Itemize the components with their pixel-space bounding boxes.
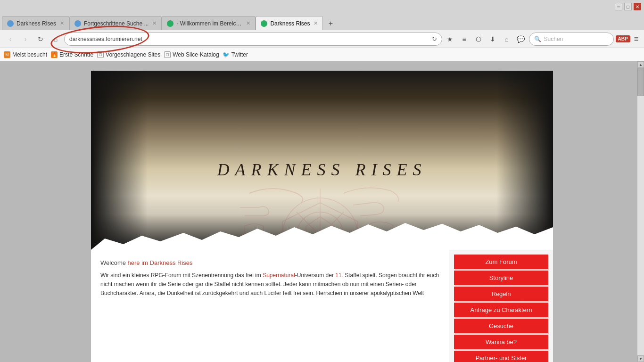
regeln-button[interactable]: Regeln	[454, 287, 548, 301]
star-icon[interactable]: ★	[444, 33, 456, 45]
url-text: darknessrises.forumieren.net	[69, 36, 429, 42]
bookmark-meist-besucht[interactable]: M Meist besucht	[4, 51, 47, 58]
tab-3-icon	[167, 20, 173, 27]
webslice-icon: □	[164, 51, 171, 58]
chat-icon[interactable]: 💬	[515, 33, 527, 45]
gesuche-button[interactable]: Gesuche	[454, 319, 548, 333]
bookmark-vorgeschlagene[interactable]: □ Vorgeschlagene Sites	[97, 51, 160, 58]
back-button[interactable]: ‹	[4, 33, 17, 46]
scrollbar-thumb[interactable]	[637, 68, 644, 96]
page-content: DARKNESS RISES Welcome here im Darkness …	[0, 61, 644, 362]
tab-1-icon	[7, 20, 14, 27]
tab-4-close[interactable]: ✕	[314, 20, 318, 26]
season-number: 11.	[335, 272, 343, 279]
vorgeschlagene-icon: □	[97, 51, 104, 58]
tab-1-close[interactable]: ✕	[60, 20, 64, 26]
tab-2-label: Fortgeschrittene Suche ...	[84, 20, 149, 27]
website-container: DARKNESS RISES Welcome here im Darkness …	[91, 71, 553, 362]
tab-3-label: - Willkommen im Bereich...	[176, 20, 242, 27]
anfrage-button[interactable]: Anfrage zu Charaktern	[454, 303, 548, 317]
scrollbar-up[interactable]: ▲	[637, 61, 644, 68]
webslice-label: Web Slice-Katalog	[173, 51, 219, 58]
pocket-icon[interactable]: ⬡	[472, 33, 485, 45]
bookmark-webslice[interactable]: □ Web Slice-Katalog	[164, 51, 219, 58]
tab-bar: Darkness Rises ✕ Fortgeschrittene Suche …	[0, 13, 644, 30]
menu-button[interactable]: ≡	[632, 33, 640, 45]
tab-1-label: Darkness Rises	[17, 20, 56, 27]
hero-bg-right	[496, 71, 553, 250]
home-button[interactable]: ⌂	[49, 33, 62, 46]
content-area: Welcome here im Darkness Rises Wir sind …	[91, 250, 553, 362]
tab-3-close[interactable]: ✕	[246, 20, 250, 26]
nav-icons: ★ ≡ ⬡ ⬇ ⌂ 💬	[444, 33, 527, 45]
erste-schritte-label: Erste Schritte	[59, 51, 93, 58]
tab-4[interactable]: Darkness Rises ✕	[256, 16, 323, 30]
adblock-button[interactable]: ABP	[616, 35, 630, 42]
zum-forum-button[interactable]: Zum Forum	[454, 255, 548, 269]
meist-besucht-label: Meist besucht	[12, 51, 47, 58]
browser-window: ─ □ ✕ Darkness Rises ✕ Fortgeschrittene …	[0, 0, 644, 362]
partner-sister-button[interactable]: Partner- und Sister	[454, 351, 548, 362]
sidebar: Zum Forum Storyline Regeln Anfrage zu Ch…	[449, 250, 553, 362]
search-placeholder: Suchen	[544, 36, 563, 42]
erste-schritte-icon: 🔥	[51, 51, 58, 58]
new-tab-button[interactable]: +	[324, 17, 337, 30]
search-icon: 🔍	[534, 36, 541, 42]
address-bar[interactable]: darknessrises.forumieren.net ↻	[64, 33, 442, 46]
browser-scrollbar: ▲ ▼	[637, 61, 644, 362]
vorgeschlagene-label: Vorgeschlagene Sites	[106, 51, 160, 58]
window-controls: ─ □ ✕	[615, 3, 641, 10]
welcome-link[interactable]: here im Darkness Rises	[128, 259, 193, 266]
scrollbar-down[interactable]: ▼	[637, 355, 644, 362]
hero-banner: DARKNESS RISES	[91, 71, 553, 250]
nav-bar: ‹ › ↻ ⌂ darknessrises.forumieren.net ↻ ★…	[0, 30, 644, 48]
twitter-icon: 🐦	[223, 51, 230, 58]
minimize-button[interactable]: ─	[615, 3, 622, 10]
tab-4-label: Darkness Rises	[270, 20, 310, 27]
close-button[interactable]: ✕	[634, 3, 641, 10]
hero-bg-left	[91, 71, 148, 250]
home-nav-icon[interactable]: ⌂	[501, 33, 513, 45]
refresh-button[interactable]: ↻	[34, 33, 47, 46]
wanna-be-button[interactable]: Wanna be?	[454, 335, 548, 349]
tab-4-icon	[261, 20, 267, 27]
bookmark-erste-schritte[interactable]: 🔥 Erste Schritte	[51, 51, 93, 58]
meist-besucht-icon: M	[4, 51, 10, 58]
tab-2[interactable]: Fortgeschrittene Suche ... ✕	[69, 16, 162, 30]
reader-icon[interactable]: ≡	[458, 33, 471, 45]
forward-button[interactable]: ›	[19, 33, 32, 46]
title-bar: ─ □ ✕	[0, 0, 644, 13]
welcome-heading: Welcome here im Darkness Rises	[100, 259, 440, 266]
bookmark-twitter[interactable]: 🐦 Twitter	[223, 51, 248, 58]
download-icon[interactable]: ⬇	[487, 33, 499, 45]
maximize-button[interactable]: □	[624, 3, 632, 10]
twitter-label: Twitter	[231, 51, 248, 58]
welcome-text: Wir sind ein kleines RPG-Forum mit Szene…	[100, 271, 440, 298]
tab-2-icon	[74, 20, 81, 27]
main-content: Welcome here im Darkness Rises Wir sind …	[91, 250, 449, 362]
storyline-button[interactable]: Storyline	[454, 271, 548, 285]
search-bar[interactable]: 🔍 Suchen	[529, 33, 614, 46]
tab-2-close[interactable]: ✕	[152, 20, 157, 26]
supernatural-link[interactable]: Supernatural	[263, 272, 295, 279]
tab-1[interactable]: Darkness Rises ✕	[2, 16, 69, 30]
bookmarks-bar: M Meist besucht 🔥 Erste Schritte □ Vorge…	[0, 48, 644, 61]
hero-title: DARKNESS RISES	[217, 160, 427, 180]
tab-3[interactable]: - Willkommen im Bereich... ✕	[162, 16, 256, 30]
address-refresh-icon[interactable]: ↻	[432, 35, 437, 42]
